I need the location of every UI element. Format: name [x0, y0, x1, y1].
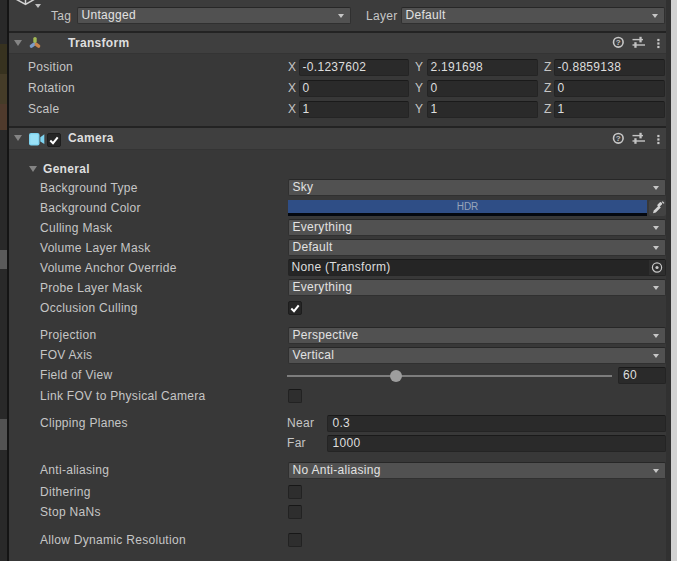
svg-text:?: ?: [616, 134, 621, 143]
svg-text:?: ?: [616, 38, 621, 47]
